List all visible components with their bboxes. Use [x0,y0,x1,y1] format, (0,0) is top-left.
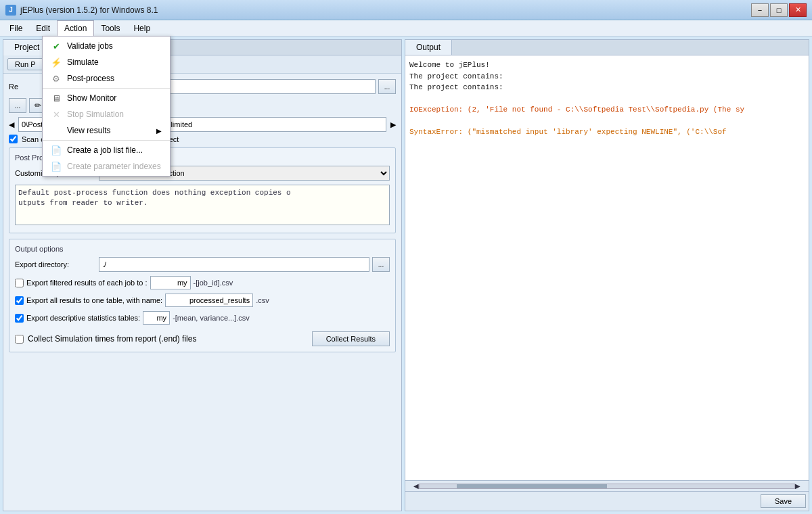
output-line-1: Welcome to jEPlus! [409,60,805,71]
stop-icon: ✕ [51,109,62,120]
export-dir-row: Export directory: ... [15,257,390,272]
app-icon: J [5,5,16,16]
action-stop-simulation: ✕ Stop Simulation [43,106,170,122]
output-line-2: The project contains: [409,71,805,83]
action-simulate[interactable]: ⚡ Simulate [43,54,170,70]
export-all-suffix: .csv [256,296,269,304]
checkmark-icon: ✔ [51,41,62,51]
output-line-5: IOException: (2, 'File not found - C:\\S… [409,104,805,116]
h-scrollbar-thumb[interactable] [457,484,607,488]
action-dropdown-menu: ✔ Validate jobs ⚡ Simulate ⚙ Post-proces… [42,36,171,177]
export-all-row: Export all results to one table, with na… [15,294,390,307]
output-options-title: Output options [15,245,390,253]
save-bar: Save [405,491,809,511]
maximize-button[interactable]: □ [770,3,788,17]
menu-edit[interactable]: Edit [29,20,57,36]
export-dir-label: Export directory: [15,260,96,268]
export-all-checkbox[interactable] [15,296,24,305]
action-create-job-list[interactable]: 📄 Create a job list file... [43,142,170,158]
output-scrollbar[interactable]: ◀ ▶ [405,480,809,491]
action-show-monitor[interactable]: 🖥 Show Monitor [43,90,170,106]
export-stats-prefix-input[interactable] [143,311,170,325]
output-line-7: SyntaxError: ("mismatched input 'library… [409,126,805,138]
export-dir-browse-button[interactable]: ... [372,257,390,272]
export-stats-row: Export descriptive statistics tables: -[… [15,311,390,325]
scroll-left-icon[interactable]: ◀ [413,482,419,490]
action-view-results[interactable]: View results ▶ [43,122,170,139]
menu-action[interactable]: Action [57,20,94,36]
export-filtered-prefix-input[interactable] [150,276,191,289]
collect-results-button[interactable]: Collect Results [312,331,390,346]
gear-icon: ⚙ [51,73,62,84]
collect-row: Collect Simulation times from report (.e… [15,329,390,346]
menu-tools[interactable]: Tools [94,20,127,36]
output-line-4 [409,93,805,105]
output-dir-browse-button[interactable]: ... [378,79,396,94]
right-arrow: ▶ [390,120,396,129]
output-content: Welcome to jEPlus! The project contains:… [405,55,809,480]
lightning-icon: ⚡ [51,57,62,68]
action-post-process[interactable]: ⚙ Post-process [43,70,170,87]
title-bar: J jEPlus (version 1.5.2) for Windows 8.1… [0,0,812,20]
export-filtered-suffix: -[job_id].csv [194,279,233,287]
export-filtered-checkbox[interactable] [15,279,24,287]
export-dir-input[interactable] [99,257,369,272]
menu-divider-2 [43,140,170,141]
right-panel: Output Welcome to jEPlus! The project co… [405,39,809,511]
action-create-param-indexes: 📄 Create parameter indexes [43,158,170,174]
export-stats-checkbox[interactable] [15,314,24,323]
menu-divider-1 [43,88,170,89]
left-arrow: ◀ [9,120,14,129]
menu-help[interactable]: Help [127,20,157,36]
window-controls: − □ ✕ [751,3,807,17]
output-line-6 [409,116,805,127]
file-icon: 📄 [51,145,62,156]
tab-output[interactable]: Output [405,40,452,55]
menu-file[interactable]: File [3,20,29,36]
export-stats-label: Export descriptive statistics tables: [26,314,140,322]
action-validate-jobs[interactable]: ✔ Validate jobs [43,38,170,54]
export-filtered-row: Export filtered results of each job to :… [15,276,390,289]
save-button[interactable]: Save [761,494,806,508]
scroll-right-icon[interactable]: ▶ [795,482,800,490]
post-process-description[interactable]: Default post-process function does nothi… [15,185,390,225]
submenu-arrow: ▶ [156,127,162,135]
file2-icon: 📄 [51,161,62,172]
scan-checkbox[interactable] [9,135,18,143]
export-all-label: Export all results to one table, with na… [26,296,162,304]
export-all-input[interactable] [165,294,253,307]
run-button[interactable]: Run P [7,58,43,70]
h-scrollbar-track[interactable] [419,484,795,489]
output-tab-bar: Output [405,40,809,55]
minimize-button[interactable]: − [751,3,769,17]
menu-bar: File Edit Action Tools Help ✔ Validate j… [0,20,812,37]
output-options-section: Output options Export directory: ... Exp… [9,239,396,352]
collect-sim-label: Collect Simulation times from report (.e… [28,334,196,344]
output-freq-browse-button[interactable]: ... [9,98,26,113]
export-stats-suffix: -[mean, variance...].csv [173,314,250,322]
export-filtered-label: Export filtered results of each job to : [26,279,148,287]
window-title: jEPlus (version 1.5.2) for Windows 8.1 [20,5,158,15]
collect-sim-checkbox[interactable] [15,335,24,344]
monitor-icon: 🖥 [51,93,62,103]
blank-icon [51,125,62,136]
close-button[interactable]: ✕ [789,3,807,17]
output-line-3: The project contains: [409,82,805,93]
